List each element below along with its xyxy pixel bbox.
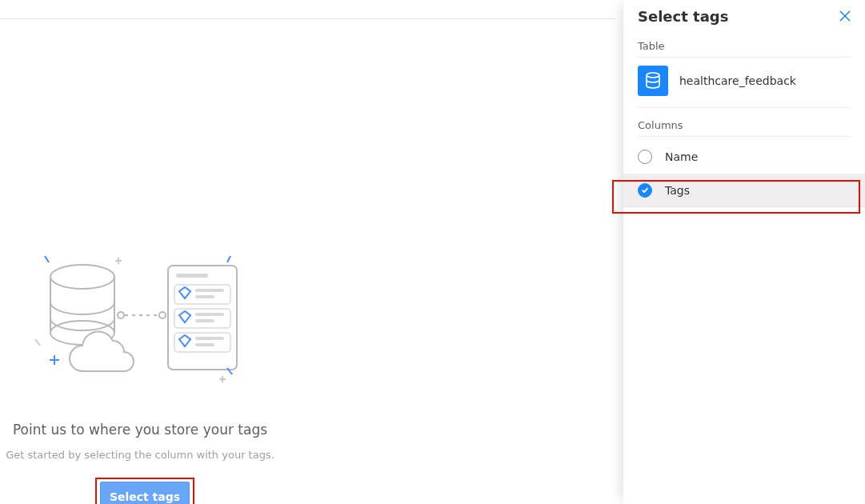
svg-rect-12 bbox=[195, 313, 224, 316]
svg-rect-13 bbox=[195, 319, 214, 322]
svg-point-28 bbox=[647, 73, 659, 78]
empty-state-subtitle: Get started by selecting the column with… bbox=[0, 449, 280, 461]
svg-rect-10 bbox=[195, 289, 224, 292]
columns-list: Name Tags bbox=[623, 137, 865, 207]
columns-section-label: Columns bbox=[623, 108, 865, 136]
radio-unchecked-icon bbox=[638, 150, 652, 164]
select-tags-button-highlight: Select tags bbox=[95, 478, 194, 504]
database-icon bbox=[638, 66, 668, 96]
svg-rect-15 bbox=[195, 343, 214, 346]
svg-point-4 bbox=[159, 312, 166, 318]
svg-line-16 bbox=[45, 256, 49, 262]
radio-checked-icon bbox=[638, 183, 652, 198]
empty-state: Point us to where you store your tags Ge… bbox=[0, 19, 616, 504]
table-row: healthcare_feedback bbox=[623, 58, 865, 107]
column-label: Tags bbox=[665, 184, 690, 197]
panel-title: Select tags bbox=[638, 8, 728, 25]
svg-rect-6 bbox=[176, 274, 208, 278]
svg-rect-14 bbox=[195, 337, 224, 340]
empty-state-title: Point us to where you store your tags bbox=[0, 422, 280, 438]
check-icon bbox=[641, 186, 649, 194]
select-tags-button[interactable]: Select tags bbox=[100, 482, 190, 504]
column-row-name[interactable]: Name bbox=[623, 140, 865, 174]
table-section-label: Table bbox=[623, 29, 865, 57]
tags-illustration bbox=[30, 251, 246, 387]
svg-rect-11 bbox=[195, 295, 214, 298]
close-panel-button[interactable] bbox=[834, 5, 856, 27]
svg-point-0 bbox=[50, 265, 114, 289]
column-label: Name bbox=[665, 150, 698, 163]
column-row-tags[interactable]: Tags bbox=[623, 174, 865, 207]
select-tags-panel: Select tags Table healthcare_feedback Co… bbox=[623, 0, 865, 504]
svg-point-2 bbox=[118, 312, 124, 318]
svg-line-19 bbox=[227, 256, 230, 262]
close-icon bbox=[839, 10, 851, 22]
svg-rect-5 bbox=[168, 266, 237, 370]
svg-line-25 bbox=[35, 339, 40, 346]
table-name: healthcare_feedback bbox=[679, 74, 796, 87]
